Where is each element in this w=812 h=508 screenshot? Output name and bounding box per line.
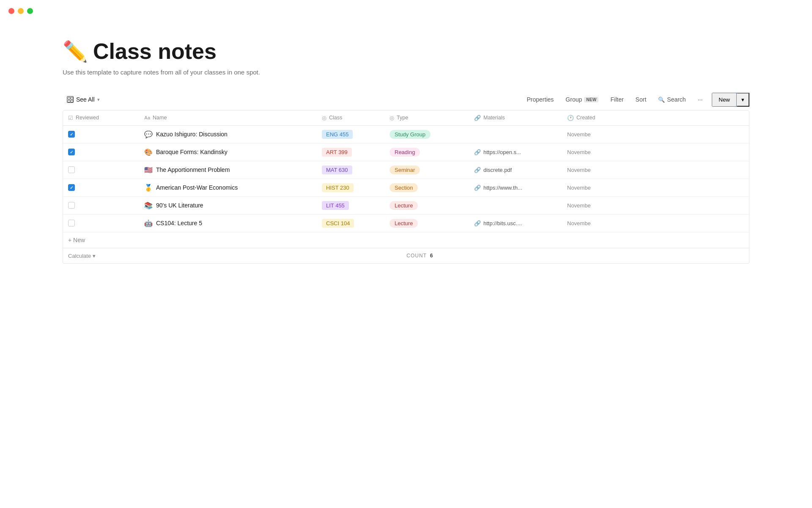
class-cell[interactable]: CSCI 104 [317,214,384,232]
properties-button[interactable]: Properties [524,94,557,105]
col-reviewed[interactable]: ☑ Reviewed [63,110,139,126]
count-label: COUNT [406,253,427,259]
class-badge: LIT 455 [322,201,349,210]
row-emoji: 🥇 [144,184,153,192]
class-cell[interactable]: ENG 455 [317,125,384,143]
link-icon: 🔗 [474,220,481,226]
type-cell[interactable]: Study Group [384,125,469,143]
col-materials[interactable]: 🔗 Materials [469,110,562,126]
checkbox[interactable] [68,166,75,173]
page-title: Class notes [93,39,217,64]
created-date: Novembe [567,220,591,226]
materials-cell[interactable]: 🔗http://bits.usc.... [469,214,562,232]
minimize-button[interactable] [18,8,24,14]
name-cell[interactable]: 🇺🇸The Apportionment Problem [139,161,317,179]
class-badge: ART 399 [322,148,352,157]
type-badge: Seminar [390,166,420,174]
table-row[interactable]: 🎨Baroque Forms: KandinskyART 399Reading🔗… [63,143,749,161]
created-date: Novembe [567,131,591,138]
link-icon: 🔗 [474,167,481,173]
table-row[interactable]: 💬Kazuo Ishiguro: DiscussionENG 455Study … [63,125,749,143]
circle-icon-2: ◎ [390,115,394,121]
titlebar [0,0,812,22]
checkbox[interactable] [68,131,75,138]
table-footer: Calculate ▾ COUNT 6 [63,248,749,263]
materials-link[interactable]: 🔗https://open.s... [474,149,557,155]
new-button[interactable]: New [712,93,737,107]
type-cell[interactable]: Section [384,179,469,196]
search-icon: 🔍 [658,97,665,103]
type-cell[interactable]: Reading [384,143,469,161]
reviewed-cell [63,161,139,179]
sort-button[interactable]: Sort [633,94,649,105]
created-date: Novembe [567,167,591,173]
table-row[interactable]: 🥇American Post-War EconomicsHIST 230Sect… [63,179,749,196]
table-header-row: ☑ Reviewed Aa Name ◎ Class [63,110,749,126]
add-new-button[interactable]: + New [68,236,85,244]
col-type[interactable]: ◎ Type [384,110,469,126]
created-date: Novembe [567,185,591,191]
calculate-button[interactable]: Calculate ▾ [68,253,96,259]
table-row[interactable]: 🤖CS104: Lecture 5CSCI 104Lecture🔗http://… [63,214,749,232]
col-created[interactable]: 🕐 Created [562,110,749,126]
checkbox[interactable] [68,149,75,155]
maximize-button[interactable] [27,8,33,14]
row-name: American Post-War Economics [156,184,238,191]
checkbox[interactable] [68,220,75,226]
materials-cell[interactable]: 🔗https://open.s... [469,143,562,161]
class-cell[interactable]: HIST 230 [317,179,384,196]
type-badge: Lecture [390,219,418,228]
table-row[interactable]: 📚90's UK LiteratureLIT 455LectureNovembe [63,196,749,214]
search-button[interactable]: 🔍 Search [656,94,688,105]
materials-cell[interactable]: 🔗discrete.pdf [469,161,562,179]
toolbar-right: Properties Group NEW Filter Sort 🔍 Searc… [524,93,749,107]
group-button[interactable]: Group NEW [563,94,601,105]
col-class[interactable]: ◎ Class [317,110,384,126]
close-button[interactable] [8,8,14,14]
checkbox[interactable] [68,184,75,191]
see-all-button[interactable]: See All ▾ [63,94,104,105]
col-name[interactable]: Aa Name [139,110,317,126]
toolbar-left: See All ▾ [63,94,104,105]
type-cell[interactable]: Seminar [384,161,469,179]
data-table: ☑ Reviewed Aa Name ◎ Class [63,110,749,264]
new-dropdown-button[interactable]: ▾ [737,93,749,107]
add-row: + New [63,232,749,248]
table-icon [67,96,74,103]
row-name: Baroque Forms: Kandinsky [156,149,228,155]
created-cell: Novembe [562,179,749,196]
calculate-label: Calculate [68,253,91,259]
materials-link[interactable]: 🔗http://bits.usc.... [474,220,557,226]
clock-icon: 🕐 [567,115,574,121]
class-cell[interactable]: ART 399 [317,143,384,161]
name-cell[interactable]: 💬Kazuo Ishiguro: Discussion [139,125,317,143]
group-label: Group [565,96,582,103]
sort-label: Sort [636,96,647,103]
count-value: 6 [430,253,433,259]
materials-link[interactable]: 🔗discrete.pdf [474,167,557,173]
type-badge: Section [390,183,418,192]
name-cell[interactable]: 🥇American Post-War Economics [139,179,317,196]
table-row[interactable]: 🇺🇸The Apportionment ProblemMAT 630Semina… [63,161,749,179]
more-options-button[interactable]: ··· [695,94,705,105]
col-name-label: Name [153,115,167,121]
type-cell[interactable]: Lecture [384,214,469,232]
filter-label: Filter [610,96,623,103]
name-cell[interactable]: 🤖CS104: Lecture 5 [139,214,317,232]
filter-button[interactable]: Filter [608,94,626,105]
name-cell[interactable]: 📚90's UK Literature [139,196,317,214]
checkbox[interactable] [68,202,75,209]
materials-cell[interactable]: 🔗https://www.th... [469,179,562,196]
materials-link[interactable]: 🔗https://www.th... [474,185,557,191]
class-cell[interactable]: MAT 630 [317,161,384,179]
class-badge: HIST 230 [322,183,354,192]
type-cell[interactable]: Lecture [384,196,469,214]
row-emoji: 🇺🇸 [144,166,153,174]
chevron-down-icon-calculate: ▾ [93,253,96,259]
svg-rect-1 [71,97,73,99]
class-cell[interactable]: LIT 455 [317,196,384,214]
circle-icon: ◎ [322,115,326,121]
name-cell[interactable]: 🎨Baroque Forms: Kandinsky [139,143,317,161]
materials-text: http://bits.usc.... [483,220,522,226]
created-cell: Novembe [562,143,749,161]
